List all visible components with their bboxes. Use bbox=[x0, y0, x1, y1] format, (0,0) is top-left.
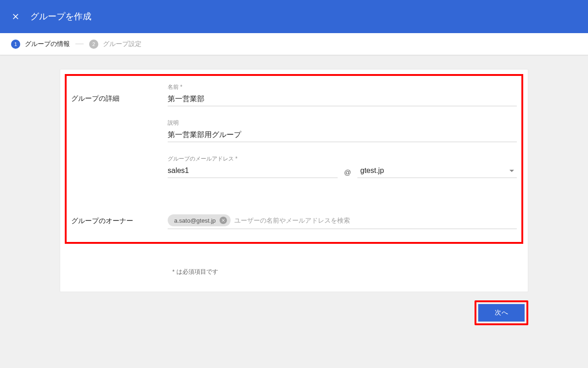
required-note: * は必須項目です bbox=[60, 248, 528, 292]
domain-select[interactable]: gtest.jp bbox=[357, 165, 517, 178]
chevron-down-icon bbox=[509, 170, 514, 172]
next-button[interactable]: 次へ bbox=[478, 304, 525, 322]
dialog-header: グループを作成 bbox=[0, 0, 588, 33]
email-label: グループのメールアドレス * bbox=[168, 155, 517, 163]
owner-chip-text: a.sato@gtest.jp bbox=[174, 217, 216, 224]
name-label: 名前 * bbox=[168, 83, 517, 91]
dialog-title: グループを作成 bbox=[30, 11, 91, 23]
step-group-info[interactable]: 1 グループの情報 bbox=[11, 40, 70, 49]
desc-label: 説明 bbox=[168, 119, 517, 127]
group-owner-heading: グループのオーナー bbox=[71, 214, 168, 229]
step-1-circle: 1 bbox=[11, 40, 20, 49]
chip-remove-icon[interactable] bbox=[220, 217, 227, 224]
next-button-highlight: 次へ bbox=[475, 300, 528, 325]
step-1-label: グループの情報 bbox=[25, 40, 70, 48]
form-card: グループの詳細 名前 * 説明 グループのメールアドレス * bbox=[60, 69, 528, 292]
name-input[interactable] bbox=[168, 93, 517, 106]
at-sign: @ bbox=[344, 168, 351, 178]
step-2-circle: 2 bbox=[89, 40, 98, 49]
domain-value: gtest.jp bbox=[357, 167, 384, 175]
stepper: 1 グループの情報 2 グループ設定 bbox=[0, 33, 588, 55]
highlight-box: グループの詳細 名前 * 説明 グループのメールアドレス * bbox=[65, 74, 523, 244]
step-2-label: グループ設定 bbox=[103, 40, 141, 48]
group-detail-heading: グループの詳細 bbox=[71, 83, 168, 191]
desc-input[interactable] bbox=[168, 129, 517, 142]
email-local-input[interactable] bbox=[168, 165, 338, 178]
owner-chip[interactable]: a.sato@gtest.jp bbox=[168, 214, 231, 226]
owner-search-input[interactable] bbox=[231, 214, 517, 227]
step-group-settings[interactable]: 2 グループ設定 bbox=[89, 40, 141, 49]
step-divider bbox=[75, 44, 84, 44]
close-icon[interactable] bbox=[11, 12, 20, 21]
